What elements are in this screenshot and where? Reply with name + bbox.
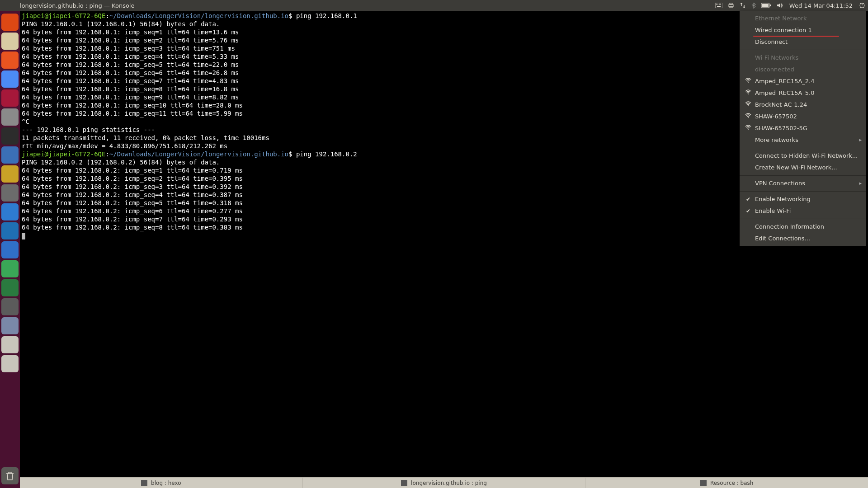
wifi-icon	[745, 101, 751, 109]
chevron-right-icon: ▸	[859, 136, 862, 144]
launcher-software[interactable]	[1, 52, 19, 69]
wifi-network-label: SHAW-657502	[755, 113, 797, 120]
launcher-jetbrains[interactable]	[1, 146, 19, 164]
svg-point-17	[748, 129, 749, 130]
bluetooth-indicator[interactable]	[749, 0, 759, 11]
wifi-network-label: Amped_REC15A_5.0	[755, 89, 815, 96]
enable-networking-item[interactable]: ✔ Enable Networking	[740, 193, 866, 205]
terminal-icon	[401, 480, 407, 486]
top-panel: longervision.github.io : ping — Konsole …	[0, 0, 868, 11]
launcher-app-squares[interactable]	[1, 298, 19, 315]
svg-rect-11	[770, 5, 771, 6]
printer-indicator[interactable]	[725, 0, 737, 11]
launcher-app-green1[interactable]	[1, 260, 19, 277]
sound-indicator[interactable]	[774, 0, 786, 11]
launcher-terminal[interactable]	[1, 127, 19, 145]
wifi-icon	[745, 113, 751, 121]
launcher-app-ball[interactable]	[1, 203, 19, 221]
launcher-dash[interactable]	[1, 14, 19, 31]
session-indicator[interactable]	[856, 0, 868, 11]
svg-rect-0	[715, 3, 722, 8]
window-title: longervision.github.io : ping — Konsole	[0, 2, 134, 9]
launcher-code[interactable]	[1, 222, 19, 239]
battery-indicator[interactable]	[759, 0, 774, 11]
launcher-disk1[interactable]	[1, 336, 19, 353]
connect-hidden-item[interactable]: Connect to Hidden Wi-Fi Network...	[740, 150, 866, 162]
wifi-icon	[745, 77, 751, 85]
wifi-icon	[745, 89, 751, 97]
wired-connection-item[interactable]: Wired connection 1	[740, 24, 866, 36]
launcher-app-img[interactable]	[1, 317, 19, 334]
bottom-taskbar: blog : hexolongervision.github.io : ping…	[20, 477, 868, 488]
svg-rect-1	[716, 4, 717, 5]
svg-rect-10	[762, 4, 769, 7]
check-icon: ✔	[746, 207, 750, 215]
launcher-app-grey[interactable]	[1, 108, 19, 126]
taskbar-task[interactable]: Resource : bash	[585, 478, 868, 488]
menu-separator	[740, 175, 866, 176]
vpn-label: VPN Connections	[755, 180, 805, 187]
task-label: blog : hexo	[151, 480, 181, 486]
launcher-app-yellow[interactable]	[1, 165, 19, 183]
wifi-header: Wi-Fi Networks	[740, 52, 866, 64]
taskbar-task[interactable]: blog : hexo	[20, 478, 303, 488]
menu-separator	[740, 219, 866, 219]
svg-rect-3	[719, 4, 720, 5]
enable-networking-label: Enable Networking	[755, 196, 811, 202]
edit-connections-item[interactable]: Edit Connections...	[740, 233, 866, 244]
taskbar-task[interactable]: longervision.github.io : ping	[303, 478, 586, 488]
launcher-settings[interactable]	[1, 184, 19, 202]
terminal-cursor	[22, 233, 25, 239]
terminal-icon	[700, 480, 707, 486]
wifi-network-item[interactable]: BrockNet-AC-1.24	[740, 99, 866, 111]
chevron-right-icon: ▸	[859, 179, 862, 188]
menu-separator	[740, 191, 866, 192]
menu-separator	[740, 148, 866, 148]
launcher-chromium[interactable]	[1, 70, 19, 88]
wifi-network-label: BrockNet-AC-1.24	[755, 101, 807, 108]
wifi-status: disconnected	[740, 64, 866, 75]
ethernet-header: Ethernet Network	[740, 13, 866, 24]
svg-rect-2	[717, 4, 718, 5]
enable-wifi-item[interactable]: ✔ Enable Wi-Fi	[740, 205, 866, 217]
svg-point-16	[748, 117, 749, 118]
svg-point-13	[748, 82, 749, 83]
wifi-icon	[745, 124, 751, 132]
launcher-shield[interactable]	[1, 241, 19, 258]
create-new-wifi-item[interactable]: Create New Wi-Fi Network...	[740, 162, 866, 174]
network-indicator[interactable]	[737, 0, 749, 11]
check-icon: ✔	[746, 195, 750, 203]
wifi-network-label: SHAW-657502-5G	[755, 125, 807, 131]
launcher-app-red[interactable]	[1, 89, 19, 107]
svg-point-15	[748, 105, 749, 106]
more-networks-label: More networks	[755, 136, 798, 143]
vpn-connections-item[interactable]: VPN Connections ▸	[740, 178, 866, 189]
connection-info-item[interactable]: Connection Information	[740, 221, 866, 233]
terminal-icon	[141, 480, 147, 486]
task-label: Resource : bash	[710, 480, 754, 486]
launcher-app-green2[interactable]	[1, 279, 19, 296]
network-menu: Ethernet Network Wired connection 1 Disc…	[740, 11, 866, 246]
launcher-trash[interactable]	[1, 467, 19, 484]
wifi-network-item[interactable]: SHAW-657502	[740, 111, 866, 122]
wifi-network-item[interactable]: Amped_REC15A_5.0	[740, 87, 866, 99]
menu-separator	[740, 50, 866, 50]
launcher-files[interactable]	[1, 33, 19, 50]
unity-launcher	[0, 11, 20, 488]
task-label: longervision.github.io : ping	[411, 480, 487, 486]
disconnect-item[interactable]: Disconnect	[740, 36, 866, 48]
wifi-network-item[interactable]: SHAW-657502-5G	[740, 122, 866, 134]
keyboard-indicator[interactable]	[712, 0, 725, 11]
wired-connection-label: Wired connection 1	[755, 27, 812, 33]
wifi-network-item[interactable]: Amped_REC15A_2.4	[740, 75, 866, 87]
wifi-network-label: Amped_REC15A_2.4	[755, 78, 815, 84]
svg-rect-4	[720, 4, 721, 5]
clock[interactable]: Wed 14 Mar 04:11:52	[786, 2, 856, 9]
more-networks-item[interactable]: More networks ▸	[740, 134, 866, 146]
svg-rect-5	[717, 6, 721, 7]
enable-wifi-label: Enable Wi-Fi	[755, 207, 791, 214]
svg-rect-7	[730, 3, 732, 5]
launcher-disk2[interactable]	[1, 355, 19, 372]
svg-point-14	[748, 94, 749, 94]
